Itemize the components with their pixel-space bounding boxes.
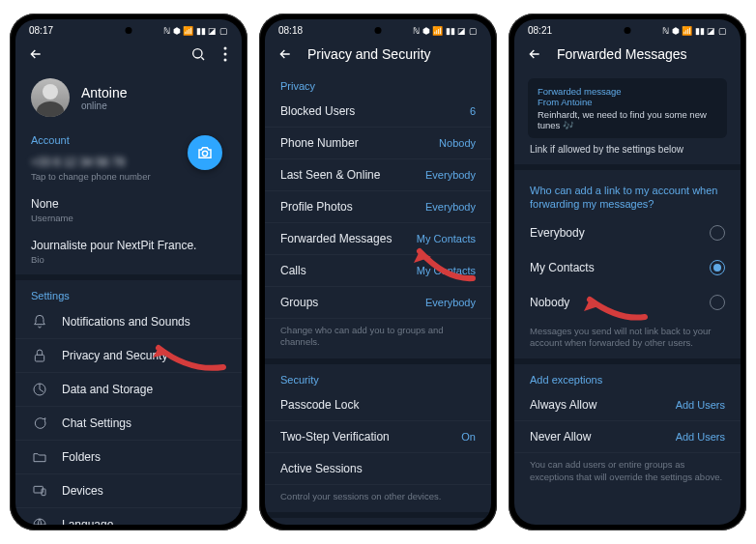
username-value: None	[31, 197, 226, 211]
privacy-item-lastseen[interactable]: Last Seen & OnlineEverybody	[265, 159, 491, 191]
devices-icon	[31, 483, 48, 499]
phone-number-hint: Tap to change phone number	[31, 171, 226, 182]
back-icon[interactable]	[27, 45, 44, 63]
settings-item-label: Language	[62, 518, 226, 525]
svg-point-2	[224, 53, 227, 56]
status-icons: ℕ ⬢ 📶 ▮▮ ◪ ▢	[662, 26, 727, 36]
settings-item-folders[interactable]: Folders	[15, 441, 242, 474]
settings-item-label: Chat Settings	[62, 416, 226, 430]
search-icon[interactable]	[189, 45, 207, 63]
settings-item-label: Folders	[62, 450, 226, 464]
options-hint: Messages you send will not link back to …	[514, 320, 741, 359]
forward-from: From Antoine	[538, 97, 717, 107]
bell-icon	[31, 314, 48, 329]
settings-item-data[interactable]: Data and Storage	[15, 373, 242, 407]
back-icon[interactable]	[526, 45, 543, 63]
status-icons: ℕ ⬢ 📶 ▮▮ ◪ ▢	[163, 26, 228, 36]
privacy-item-phone[interactable]: Phone NumberNobody	[265, 128, 491, 159]
settings-item-devices[interactable]: Devices	[15, 474, 242, 508]
svg-point-9	[34, 519, 45, 525]
forward-label: Forwarded message	[538, 86, 717, 97]
radio-icon	[710, 260, 725, 275]
svg-rect-5	[35, 355, 44, 361]
settings-item-label: Notifications and Sounds	[62, 315, 226, 329]
settings-item-language[interactable]: Language	[15, 508, 242, 525]
delete-account-link[interactable]: Delete my account	[265, 518, 491, 525]
folder-icon	[31, 449, 48, 465]
exception-always-allow[interactable]: Always AllowAdd Users	[514, 389, 741, 421]
username-hint: Username	[31, 213, 226, 223]
privacy-item-blocked[interactable]: Blocked Users6	[265, 96, 491, 128]
clock: 08:18	[278, 25, 303, 36]
avatar[interactable]	[31, 78, 70, 117]
clock: 08:21	[528, 25, 552, 36]
status-icons: ℕ ⬢ 📶 ▮▮ ◪ ▢	[413, 26, 478, 36]
privacy-item-photos[interactable]: Profile PhotosEverybody	[265, 191, 491, 223]
svg-point-0	[193, 49, 202, 58]
privacy-item-forwarded[interactable]: Forwarded MessagesMy Contacts	[265, 223, 491, 255]
option-everybody[interactable]: Everybody	[514, 215, 741, 250]
radio-icon	[710, 295, 725, 310]
settings-item-label: Data and Storage	[62, 383, 226, 396]
security-item-passcode[interactable]: Passcode Lock	[265, 389, 491, 421]
lock-icon	[31, 348, 48, 363]
forward-message: Reinhardt, we need to find you some new …	[538, 109, 717, 130]
privacy-section-label: Privacy	[265, 71, 491, 96]
radio-icon	[710, 225, 725, 241]
settings-item-chat[interactable]: Chat Settings	[15, 407, 242, 441]
username-row[interactable]: None Username	[15, 191, 242, 233]
privacy-item-groups[interactable]: GroupsEverybody	[265, 287, 491, 319]
security-section-label: Security	[265, 364, 491, 389]
forward-preview: Forwarded message From Antoine Reinhardt…	[528, 78, 727, 138]
profile-status: online	[81, 100, 127, 111]
more-icon[interactable]	[220, 45, 230, 63]
exceptions-hint: You can add users or entire groups as ex…	[514, 453, 741, 493]
svg-point-3	[224, 59, 227, 62]
settings-section-label: Settings	[15, 280, 242, 305]
phone-frame-2: 08:18 ℕ ⬢ 📶 ▮▮ ◪ ▢ Privacy and Security …	[259, 14, 497, 530]
settings-item-label: Privacy and Security	[62, 349, 226, 362]
question-label: Who can add a link to my account when fo…	[514, 170, 741, 215]
svg-rect-8	[42, 489, 45, 496]
bio-value: Journaliste pour NextPit France.	[31, 239, 226, 252]
bio-hint: Bio	[31, 254, 226, 265]
svg-point-1	[224, 47, 227, 50]
exceptions-label: Add exceptions	[514, 364, 741, 389]
page-title: Forwarded Messages	[557, 46, 729, 62]
privacy-item-calls[interactable]: CallsMy Contacts	[265, 255, 491, 287]
phone-number-value: +33 6 12 34 56 78	[31, 156, 226, 169]
phone-number-row[interactable]: +33 6 12 34 56 78 Tap to change phone nu…	[15, 150, 242, 191]
profile-header[interactable]: Antoine online	[15, 71, 242, 125]
chart-icon	[31, 382, 48, 397]
phone-frame-3: 08:21 ℕ ⬢ 📶 ▮▮ ◪ ▢ Forwarded Messages Fo…	[509, 14, 746, 530]
exception-never-allow[interactable]: Never AllowAdd Users	[514, 421, 741, 453]
option-contacts[interactable]: My Contacts	[514, 250, 741, 285]
preview-caption: Link if allowed by the settings below	[514, 142, 741, 164]
security-item-twostep[interactable]: Two-Step VerificationOn	[265, 421, 491, 453]
profile-name: Antoine	[81, 85, 127, 100]
phone-frame-1: 08:17 ℕ ⬢ 📶 ▮▮ ◪ ▢ Antoine online	[10, 14, 247, 530]
back-icon[interactable]	[276, 45, 294, 63]
chat-icon	[31, 415, 48, 431]
clock: 08:17	[29, 25, 53, 36]
globe-icon	[31, 517, 48, 525]
page-title: Privacy and Security	[307, 46, 480, 62]
security-hint: Control your sessions on other devices.	[265, 485, 491, 512]
settings-item-label: Devices	[62, 484, 226, 498]
bio-row[interactable]: Journaliste pour NextPit France. Bio	[15, 233, 242, 274]
security-item-sessions[interactable]: Active Sessions	[265, 453, 491, 485]
privacy-hint: Change who can add you to groups and cha…	[265, 319, 491, 358]
option-nobody[interactable]: Nobody	[514, 285, 741, 320]
settings-item-privacy[interactable]: Privacy and Security	[15, 339, 242, 373]
settings-item-notifications[interactable]: Notifications and Sounds	[15, 305, 242, 339]
